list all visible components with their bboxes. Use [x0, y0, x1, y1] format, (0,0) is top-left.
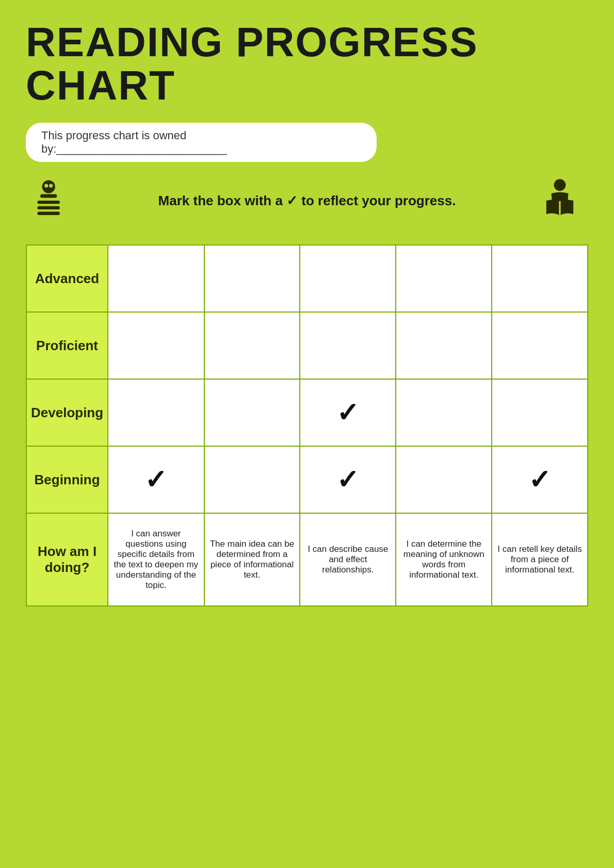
- svg-point-1: [44, 184, 48, 188]
- desc-cell-4: I can determine the meaning of unknown w…: [396, 513, 492, 606]
- row-label-advanced: Advanced: [26, 245, 108, 312]
- description-row: How am I doing? I can answer questions u…: [26, 513, 588, 606]
- desc-cell-3: I can describe cause and effect relation…: [300, 513, 396, 606]
- checkmark: ✓: [336, 465, 359, 495]
- desc-cell-5: I can retell key details from a piece of…: [492, 513, 588, 606]
- cell-proficient-5[interactable]: [492, 312, 588, 379]
- cell-developing-2[interactable]: [204, 379, 300, 446]
- svg-rect-8: [559, 201, 560, 216]
- instruction-row: Mark the box with a ✓ to reflect your pr…: [26, 177, 588, 224]
- svg-point-2: [49, 184, 53, 188]
- cell-proficient-4[interactable]: [396, 312, 492, 379]
- cell-proficient-1[interactable]: [108, 312, 204, 379]
- how-am-i-label: How am I doing?: [26, 513, 108, 606]
- cell-proficient-2[interactable]: [204, 312, 300, 379]
- desc-cell-2: The main idea can be determined from a p…: [204, 513, 300, 606]
- cell-developing-4[interactable]: [396, 379, 492, 446]
- checkmark: ✓: [336, 398, 359, 428]
- cell-beginning-5[interactable]: ✓: [492, 446, 588, 513]
- table-row: Beginning ✓ ✓ ✓: [26, 446, 588, 513]
- owner-label: This progress chart is owned by:________…: [26, 123, 377, 162]
- row-label-beginning: Beginning: [26, 446, 108, 513]
- cell-advanced-1[interactable]: [108, 245, 204, 312]
- table-row: Developing ✓: [26, 379, 588, 446]
- svg-rect-6: [38, 212, 60, 215]
- progress-table: Advanced Proficient Developing ✓: [26, 244, 588, 607]
- cell-advanced-3[interactable]: [300, 245, 396, 312]
- cell-advanced-2[interactable]: [204, 245, 300, 312]
- row-label-developing: Developing: [26, 379, 108, 446]
- instruction-text: Mark the box with a ✓ to reflect your pr…: [93, 193, 521, 209]
- svg-rect-5: [38, 206, 60, 209]
- cell-developing-3[interactable]: ✓: [300, 379, 396, 446]
- reader-icon: [531, 177, 588, 224]
- svg-point-0: [42, 180, 55, 193]
- cell-developing-1[interactable]: [108, 379, 204, 446]
- cell-beginning-1[interactable]: ✓: [108, 446, 204, 513]
- svg-rect-4: [38, 201, 60, 204]
- checkmark: ✓: [528, 465, 551, 495]
- cell-advanced-5[interactable]: [492, 245, 588, 312]
- svg-point-7: [554, 179, 566, 191]
- cell-proficient-3[interactable]: [300, 312, 396, 379]
- cell-advanced-4[interactable]: [396, 245, 492, 312]
- page-title: READING PROGRESS CHART: [26, 21, 588, 107]
- teacher-icon: [26, 177, 83, 224]
- table-row: Proficient: [26, 312, 588, 379]
- cell-beginning-4[interactable]: [396, 446, 492, 513]
- cell-beginning-3[interactable]: ✓: [300, 446, 396, 513]
- cell-developing-5[interactable]: [492, 379, 588, 446]
- svg-rect-3: [40, 194, 57, 198]
- table-row: Advanced: [26, 245, 588, 312]
- cell-beginning-2[interactable]: [204, 446, 300, 513]
- checkmark: ✓: [144, 465, 167, 495]
- desc-cell-1: I can answer questions using specific de…: [108, 513, 204, 606]
- row-label-proficient: Proficient: [26, 312, 108, 379]
